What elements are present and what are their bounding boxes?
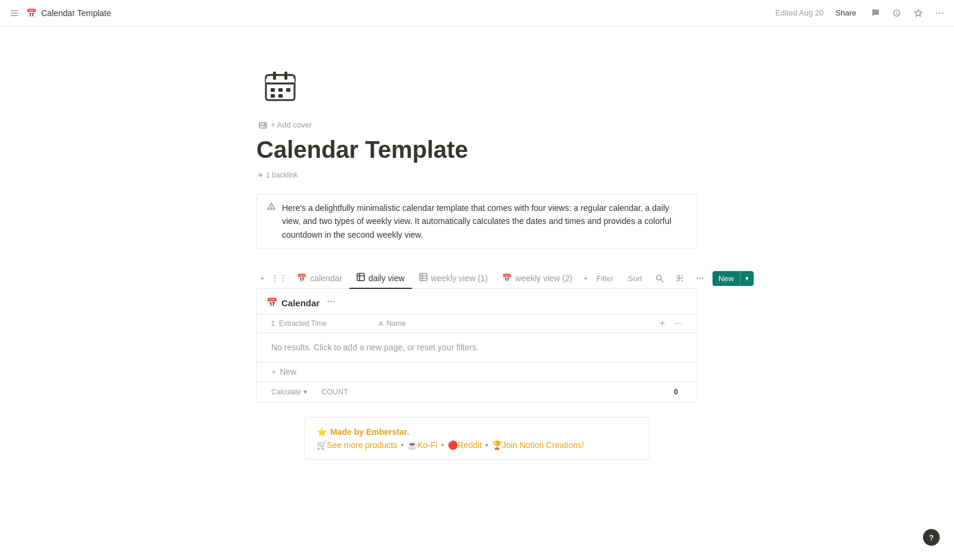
database-content: 📅 Calendar Σ Extracted Time A Name (256, 289, 698, 403)
tabs-right: Filter Sort (591, 271, 754, 286)
svg-point-5 (942, 12, 943, 13)
svg-point-33 (328, 301, 329, 302)
tab-weekly2-icon: 📅 (502, 273, 512, 282)
db-header: 📅 Calendar (257, 289, 697, 315)
tab-weekly1-label: weekly view (1) (431, 273, 488, 283)
svg-point-31 (699, 278, 701, 279)
add-view-button[interactable]: + (580, 269, 591, 288)
count-label: COUNT (321, 388, 348, 396)
add-column-button[interactable]: + (655, 316, 670, 331)
col-name-icon: A (379, 320, 383, 327)
svg-rect-24 (420, 273, 427, 281)
filter-button[interactable]: Filter (591, 272, 618, 285)
svg-rect-0 (11, 10, 18, 11)
see-more-products-link[interactable]: See more products (327, 440, 397, 450)
menu-button[interactable] (7, 6, 21, 20)
col-name-label: Name (386, 319, 405, 328)
history-button[interactable] (890, 6, 904, 20)
svg-point-20 (271, 209, 272, 209)
add-tab-button[interactable]: + (256, 269, 268, 288)
footer-block: ⭐ Made by Emberstar. 🛒 See more products… (304, 417, 650, 460)
svg-point-34 (330, 301, 332, 302)
star-icon: ⭐ (317, 427, 327, 437)
calculate-row: Calculate ▾ COUNT 0 (257, 381, 697, 402)
db-title: 📅 Calendar (267, 297, 320, 308)
drag-tab-button[interactable]: ⋮⋮ (268, 269, 290, 288)
svg-line-29 (661, 280, 663, 282)
svg-point-28 (656, 275, 661, 280)
add-cover-button[interactable]: + Add cover (256, 119, 314, 130)
backlink-area: 1 backlink (209, 171, 745, 179)
svg-rect-14 (286, 88, 290, 92)
col-name[interactable]: A Name (374, 315, 655, 332)
callout-text: Here's a delightfully minimalistic calen… (282, 201, 687, 241)
tab-weekly-1[interactable]: weekly view (1) (412, 268, 495, 289)
tab-weekly-2[interactable]: 📅 weekly view (2) (495, 269, 580, 289)
tab-calendar[interactable]: 📅 calendar (290, 269, 349, 289)
page-icon-area (209, 62, 745, 110)
layout-button[interactable] (672, 272, 687, 285)
svg-rect-10 (273, 71, 276, 80)
share-button[interactable]: Share (831, 6, 861, 20)
page-icon-small: 📅 (26, 8, 36, 18)
comment-button[interactable] (868, 6, 882, 20)
tab-weekly2-label: weekly view (2) (515, 273, 572, 283)
notion-icon: 🏆 (492, 440, 502, 450)
db-empty-state: No results. Click to add a new page, or … (257, 333, 697, 362)
calculate-button[interactable]: Calculate ▾ (267, 385, 312, 399)
topbar-left: 📅 Calendar Template (7, 6, 111, 20)
ball-icon: 🔴 (448, 440, 458, 450)
topbar-title: Calendar Template (41, 8, 111, 18)
footer-made-by: ⭐ Made by Emberstar. (317, 427, 637, 437)
col-options-button[interactable]: ··· (670, 316, 687, 331)
kofi-link[interactable]: Ko-Fi (417, 440, 437, 450)
col-extracted-time-label: Extracted Time (279, 319, 327, 328)
main-content: + Add cover Calendar Template 1 backlink… (209, 26, 745, 496)
sep-2: • (441, 440, 444, 450)
topbar: 📅 Calendar Template Edited Aug 20 Share (0, 0, 954, 26)
sep-1: • (401, 440, 404, 450)
more-toolbar-button[interactable] (692, 272, 708, 285)
svg-point-18 (264, 124, 265, 125)
new-button[interactable]: New (713, 271, 740, 286)
help-button[interactable]: ? (923, 529, 940, 546)
more-options-button[interactable] (933, 6, 947, 20)
new-button-group: New ▾ (713, 271, 754, 286)
reddit-link[interactable]: Reddit (458, 440, 482, 450)
sort-button[interactable]: Sort (623, 272, 647, 285)
db-icon: 📅 (267, 297, 278, 308)
topbar-right: Edited Aug 20 Share (775, 6, 947, 20)
db-more-button[interactable] (324, 296, 337, 309)
sep-3: • (485, 440, 488, 450)
tab-calendar-icon: 📅 (297, 273, 306, 282)
svg-point-32 (702, 278, 703, 279)
search-button[interactable] (652, 272, 667, 285)
svg-rect-12 (271, 88, 275, 92)
svg-point-3 (936, 12, 937, 13)
tab-daily-icon (357, 273, 365, 283)
new-row-plus-icon: + (271, 367, 276, 377)
page-title-area: Calendar Template (209, 135, 745, 164)
tabs-bar: + ⋮⋮ 📅 calendar daily view (256, 268, 698, 289)
col-extracted-time[interactable]: Σ Extracted Time (267, 315, 374, 332)
new-dropdown-button[interactable]: ▾ (740, 271, 754, 286)
tab-daily-view[interactable]: daily view (349, 268, 412, 289)
filter-label: Filter (596, 274, 614, 283)
svg-rect-2 (11, 15, 18, 16)
footer-links: 🛒 See more products • ☕ Ko-Fi • 🔴 Reddit… (317, 440, 637, 450)
backlink[interactable]: 1 backlink (256, 171, 745, 179)
tab-weekly1-icon (419, 273, 428, 283)
new-row-button[interactable]: + New (257, 362, 697, 381)
join-notion-link[interactable]: Join Notion Creations! (502, 440, 584, 450)
page-icon[interactable] (256, 62, 304, 110)
svg-rect-13 (278, 88, 283, 92)
edited-text: Edited Aug 20 (775, 8, 823, 17)
svg-rect-21 (357, 273, 364, 281)
page-title[interactable]: Calendar Template (256, 135, 745, 164)
svg-rect-15 (271, 94, 275, 98)
new-row-label: New (280, 367, 296, 377)
coffee-icon: ☕ (407, 440, 417, 450)
favorite-button[interactable] (911, 6, 925, 20)
callout-block: Here's a delightfully minimalistic calen… (256, 194, 698, 249)
tab-calendar-label: calendar (310, 273, 342, 283)
